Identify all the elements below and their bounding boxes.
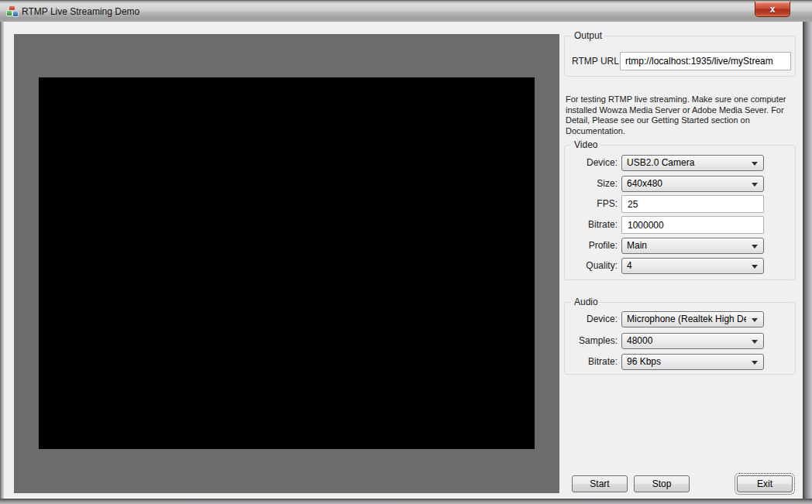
close-button[interactable]: x bbox=[755, 2, 790, 17]
chevron-down-icon bbox=[752, 340, 758, 344]
output-group-label: Output bbox=[571, 30, 605, 42]
rtmp-url-input[interactable] bbox=[620, 52, 791, 70]
video-size-row: Size: 640x480 bbox=[564, 176, 766, 193]
chevron-down-icon bbox=[752, 162, 758, 166]
stop-button[interactable]: Stop bbox=[634, 475, 690, 492]
audio-device-combobox[interactable]: Microphone (Realtek High Defini bbox=[621, 311, 764, 327]
video-bitrate-input[interactable] bbox=[621, 216, 764, 234]
video-fps-input[interactable] bbox=[621, 195, 764, 213]
video-preview-surface bbox=[39, 77, 535, 449]
video-preview-panel bbox=[14, 34, 559, 493]
video-fps-row: FPS: bbox=[564, 196, 766, 213]
audio-group-label: Audio bbox=[571, 297, 601, 308]
window-border-bottom bbox=[0, 499, 812, 504]
window-title: RTMP Live Streaming Demo bbox=[22, 1, 139, 22]
audio-samples-combobox[interactable]: 48000 bbox=[621, 333, 764, 349]
chevron-down-icon bbox=[752, 361, 758, 365]
close-icon: x bbox=[755, 2, 790, 16]
audio-device-row: Device: Microphone (Realtek High Defini bbox=[564, 311, 766, 328]
audio-bitrate-label: Bitrate: bbox=[564, 356, 618, 367]
video-profile-combobox[interactable]: Main bbox=[621, 238, 764, 254]
exit-button[interactable]: Exit bbox=[737, 475, 793, 492]
description-text: For testing RTMP live streaming. Make su… bbox=[566, 94, 798, 136]
video-quality-row: Quality: 4 bbox=[564, 258, 766, 275]
video-size-value: 640x480 bbox=[627, 177, 746, 191]
video-device-row: Device: USB2.0 Camera bbox=[564, 155, 766, 172]
video-size-label: Size: bbox=[564, 178, 618, 189]
video-profile-row: Profile: Main bbox=[564, 238, 766, 255]
video-device-value: USB2.0 Camera bbox=[627, 156, 746, 170]
audio-device-label: Device: bbox=[564, 314, 618, 324]
video-group-label: Video bbox=[571, 139, 600, 151]
video-bitrate-row: Bitrate: bbox=[564, 217, 766, 234]
rtmp-url-label: RTMP URL bbox=[572, 56, 619, 67]
video-quality-value: 4 bbox=[627, 259, 746, 273]
chevron-down-icon bbox=[752, 183, 758, 187]
audio-samples-label: Samples: bbox=[564, 335, 618, 346]
video-device-combobox[interactable]: USB2.0 Camera bbox=[621, 155, 764, 171]
chevron-down-icon bbox=[752, 265, 758, 269]
video-size-combobox[interactable]: 640x480 bbox=[621, 176, 764, 192]
video-quality-combobox[interactable]: 4 bbox=[621, 258, 764, 274]
video-profile-label: Profile: bbox=[564, 240, 618, 251]
video-profile-value: Main bbox=[627, 238, 746, 253]
title-bar[interactable]: RTMP Live Streaming Demo x bbox=[0, 0, 812, 22]
audio-bitrate-row: Bitrate: 96 Kbps bbox=[564, 354, 766, 371]
app-window: RTMP Live Streaming Demo x Output RTMP U… bbox=[0, 0, 812, 504]
video-bitrate-label: Bitrate: bbox=[564, 219, 618, 230]
audio-device-value: Microphone (Realtek High Defini bbox=[627, 312, 746, 327]
audio-bitrate-value: 96 Kbps bbox=[627, 355, 746, 369]
video-device-label: Device: bbox=[564, 157, 618, 168]
video-fps-label: FPS: bbox=[564, 198, 618, 209]
video-quality-label: Quality: bbox=[564, 260, 618, 271]
window-border-left bbox=[0, 22, 4, 504]
audio-samples-value: 48000 bbox=[627, 334, 746, 348]
chevron-down-icon bbox=[752, 318, 758, 322]
app-icon bbox=[6, 5, 19, 18]
audio-bitrate-combobox[interactable]: 96 Kbps bbox=[621, 354, 764, 370]
window-border-right bbox=[803, 22, 812, 504]
start-button[interactable]: Start bbox=[572, 475, 628, 492]
audio-samples-row: Samples: 48000 bbox=[564, 333, 766, 350]
chevron-down-icon bbox=[752, 245, 758, 249]
